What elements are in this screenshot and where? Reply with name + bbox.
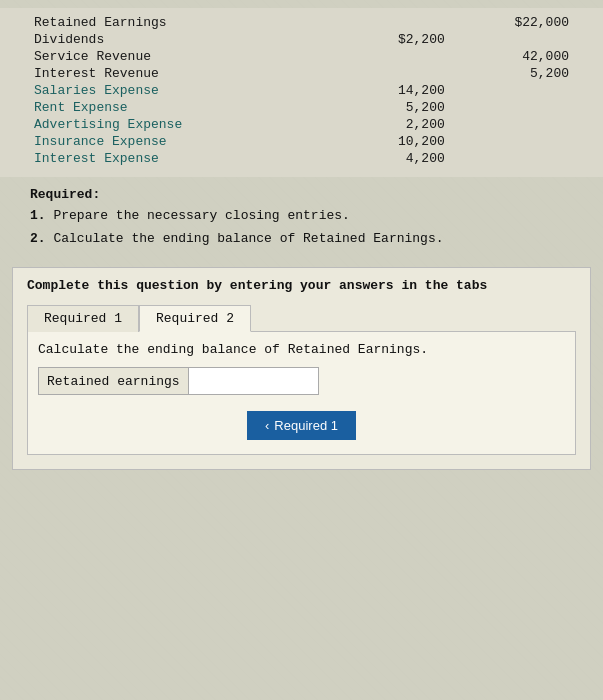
table-row: Insurance Expense10,200 [30,133,573,150]
tab-content-title: Calculate the ending balance of Retained… [38,342,565,357]
retained-label: Retained earnings [38,367,189,395]
table-row: Interest Revenue5,200 [30,65,573,82]
account-name: Rent Expense [30,99,340,116]
credit-amount: 5,200 [449,65,573,82]
table-row: Salaries Expense14,200 [30,82,573,99]
account-name: Advertising Expense [30,116,340,133]
credit-amount [449,99,573,116]
debit-amount: 14,200 [340,82,449,99]
required-text-2: Calculate the ending balance of Retained… [53,231,443,246]
back-label: Required 1 [274,418,338,433]
main-container: Retained Earnings$22,000Dividends$2,200S… [0,0,603,700]
credit-amount [449,150,573,167]
required-text-1: Prepare the necessary closing entries. [53,208,349,223]
credit-amount [449,31,573,48]
debit-amount: 2,200 [340,116,449,133]
complete-instruction: Complete this question by entering your … [27,278,576,293]
back-icon: ‹ [265,418,269,433]
debit-amount [340,48,449,65]
required-number-2: 2. [30,231,46,246]
tab-content: Calculate the ending balance of Retained… [27,331,576,455]
required-title: Required: [30,187,573,202]
retained-earnings-input[interactable] [189,367,319,395]
debit-amount: 4,200 [340,150,449,167]
account-name: Retained Earnings [30,14,340,31]
account-name: Service Revenue [30,48,340,65]
credit-amount: $22,000 [449,14,573,31]
table-row: Advertising Expense2,200 [30,116,573,133]
required-item-1: 1. Prepare the necessary closing entries… [30,206,573,226]
required-number-1: 1. [30,208,46,223]
account-name: Insurance Expense [30,133,340,150]
credit-amount [449,82,573,99]
tabs-row: Required 1 Required 2 [27,305,576,332]
retained-row: Retained earnings [38,367,565,395]
credit-amount [449,133,573,150]
account-section: Retained Earnings$22,000Dividends$2,200S… [0,8,603,177]
debit-amount: $2,200 [340,31,449,48]
account-name: Interest Expense [30,150,340,167]
debit-amount: 5,200 [340,99,449,116]
table-row: Rent Expense5,200 [30,99,573,116]
account-name: Salaries Expense [30,82,340,99]
credit-amount [449,116,573,133]
required-section: Required: 1. Prepare the necessary closi… [0,177,603,261]
complete-box: Complete this question by entering your … [12,267,591,470]
debit-amount [340,14,449,31]
table-row: Service Revenue42,000 [30,48,573,65]
account-table: Retained Earnings$22,000Dividends$2,200S… [30,14,573,167]
tab-required2[interactable]: Required 2 [139,305,251,332]
table-row: Interest Expense4,200 [30,150,573,167]
credit-amount: 42,000 [449,48,573,65]
back-button[interactable]: ‹ Required 1 [247,411,356,440]
debit-amount: 10,200 [340,133,449,150]
account-name: Dividends [30,31,340,48]
table-row: Dividends$2,200 [30,31,573,48]
tab-required1[interactable]: Required 1 [27,305,139,332]
required-item-2: 2. Calculate the ending balance of Retai… [30,229,573,249]
table-row: Retained Earnings$22,000 [30,14,573,31]
nav-buttons-row: ‹ Required 1 [38,411,565,440]
account-name: Interest Revenue [30,65,340,82]
debit-amount [340,65,449,82]
